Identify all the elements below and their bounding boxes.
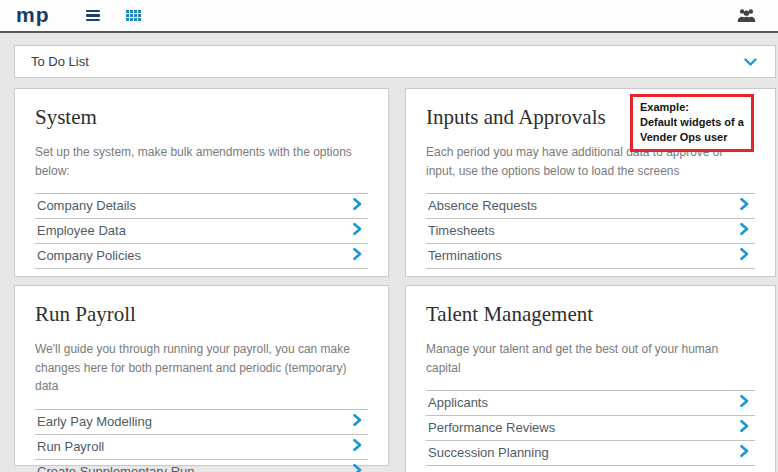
chevron-right-icon bbox=[353, 439, 362, 454]
link-create-supplementary-run[interactable]: Create Supplementary Run bbox=[35, 460, 368, 472]
card-links: Early Pay Modelling Run Payroll Create S… bbox=[35, 409, 368, 472]
hamburger-menu-icon[interactable] bbox=[86, 10, 100, 22]
link-company-policies[interactable]: Company Policies bbox=[35, 244, 368, 269]
link-performance-reviews[interactable]: Performance Reviews bbox=[426, 416, 755, 441]
link-applicants[interactable]: Applicants bbox=[426, 391, 755, 416]
card-description: Manage your talent and get the best out … bbox=[426, 340, 755, 377]
mp-logo[interactable]: mp bbox=[16, 4, 50, 25]
users-group-icon[interactable] bbox=[737, 7, 756, 24]
chevron-right-icon bbox=[740, 445, 749, 460]
link-run-payroll[interactable]: Run Payroll bbox=[35, 435, 368, 460]
card-title: Talent Management bbox=[426, 302, 755, 327]
card-run-payroll: Run Payroll We'll guide you through runn… bbox=[14, 285, 389, 466]
chevron-right-icon bbox=[740, 198, 749, 213]
card-links: Company Details Employee Data Company Po… bbox=[35, 193, 368, 269]
card-talent-management: Talent Management Manage your talent and… bbox=[405, 285, 776, 472]
link-employee-data[interactable]: Employee Data bbox=[35, 219, 368, 244]
chevron-right-icon bbox=[740, 248, 749, 263]
chevron-right-icon bbox=[353, 223, 362, 238]
chevron-down-icon[interactable] bbox=[744, 53, 757, 71]
card-system: System Set up the system, make bulk amen… bbox=[14, 88, 389, 277]
card-title: Run Payroll bbox=[35, 302, 368, 327]
chevron-right-icon bbox=[740, 223, 749, 238]
todo-list-bar[interactable]: To Do List bbox=[14, 45, 776, 78]
todo-list-label: To Do List bbox=[31, 54, 89, 69]
apps-grid-icon[interactable] bbox=[126, 10, 141, 21]
card-links: Absence Requests Timesheets Terminations bbox=[426, 193, 755, 269]
card-links: Applicants Performance Reviews Successio… bbox=[426, 390, 755, 466]
chevron-right-icon bbox=[353, 414, 362, 429]
annotation-callout: Example: Default widgets of a Vender Ops… bbox=[630, 94, 754, 152]
card-description: We'll guide you through running your pay… bbox=[35, 340, 368, 396]
chevron-right-icon bbox=[353, 248, 362, 263]
chevron-right-icon bbox=[740, 395, 749, 410]
link-timesheets[interactable]: Timesheets bbox=[426, 219, 755, 244]
link-early-pay-modelling[interactable]: Early Pay Modelling bbox=[35, 410, 368, 435]
link-terminations[interactable]: Terminations bbox=[426, 244, 755, 269]
chevron-right-icon bbox=[353, 198, 362, 213]
app-header: mp bbox=[0, 0, 778, 33]
link-company-details[interactable]: Company Details bbox=[35, 194, 368, 219]
link-absence-requests[interactable]: Absence Requests bbox=[426, 194, 755, 219]
card-title: System bbox=[35, 105, 368, 130]
chevron-right-icon bbox=[353, 464, 362, 472]
chevron-right-icon bbox=[740, 420, 749, 435]
card-inputs-approvals: Inputs and Approvals Example: Default wi… bbox=[405, 88, 776, 277]
widget-grid: System Set up the system, make bulk amen… bbox=[14, 88, 776, 472]
link-succession-planning[interactable]: Succession Planning bbox=[426, 441, 755, 466]
card-description: Set up the system, make bulk amendments … bbox=[35, 143, 368, 180]
